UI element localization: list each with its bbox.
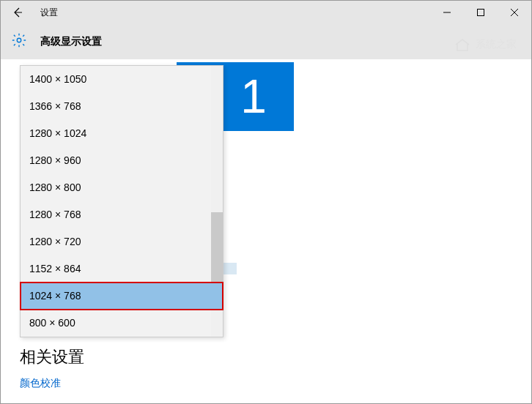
resolution-option[interactable]: 1280 × 1024 — [21, 120, 223, 147]
window-controls — [430, 1, 531, 24]
window-title: 设置 — [40, 7, 58, 19]
color-calibration-link[interactable]: 颜色校准 — [20, 377, 61, 390]
gear-icon — [11, 32, 27, 51]
back-arrow-icon — [12, 7, 23, 18]
watermark: 系统之家 — [454, 37, 517, 52]
resolution-option[interactable]: 1280 × 800 — [21, 174, 223, 201]
resolution-option[interactable]: 1024 × 768 — [21, 283, 223, 310]
resolution-option[interactable]: 1152 × 864 — [21, 255, 223, 283]
resolution-option[interactable]: 1366 × 768 — [21, 93, 223, 120]
resolution-option[interactable]: 1280 × 768 — [21, 201, 223, 228]
section-title: 相关设置 — [20, 346, 84, 368]
titlebar: 设置 — [1, 1, 531, 24]
svg-point-1 — [17, 38, 21, 42]
maximize-button[interactable] — [464, 1, 498, 24]
resolution-dropdown[interactable]: 1400 × 10501366 × 7681280 × 10241280 × 9… — [20, 65, 223, 337]
page-title: 高级显示设置 — [40, 35, 102, 48]
resolution-option[interactable]: 1400 × 1050 — [21, 66, 223, 93]
minimize-button[interactable] — [430, 1, 464, 24]
resolution-option[interactable]: 1280 × 720 — [21, 228, 223, 255]
page-header: 高级显示设置 — [1, 24, 531, 59]
back-button[interactable] — [1, 1, 34, 24]
resolution-option[interactable]: 800 × 600 — [21, 310, 223, 337]
svg-rect-0 — [478, 10, 484, 16]
close-button[interactable] — [498, 1, 531, 24]
house-icon — [454, 37, 471, 52]
monitor-number: 1 — [240, 70, 267, 124]
resolution-option[interactable]: 1280 × 960 — [21, 147, 223, 174]
